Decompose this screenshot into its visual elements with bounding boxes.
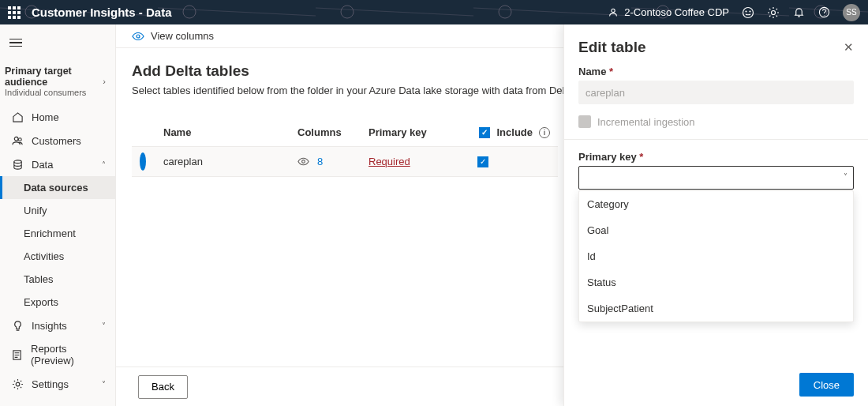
svg-point-3	[750, 11, 750, 12]
svg-point-7	[18, 137, 21, 141]
nav-label: Home	[32, 111, 59, 123]
data-icon	[11, 158, 24, 171]
nav-enrichment[interactable]: Enrichment	[0, 222, 115, 245]
insights-icon	[11, 319, 24, 332]
primary-key-label: Primary key *	[578, 151, 854, 163]
primary-key-dropdown: Category Goal Id Status SubjectPatient	[578, 190, 854, 322]
close-button[interactable]: Close	[799, 373, 854, 397]
col-header-name: Name	[163, 126, 297, 138]
eye-icon	[132, 30, 144, 43]
chevron-down-icon: ˅	[102, 321, 106, 330]
incremental-label: Incremental ingestion	[597, 116, 695, 128]
svg-point-0	[612, 9, 615, 12]
svg-point-2	[746, 11, 746, 12]
back-button[interactable]: Back	[138, 375, 188, 399]
nav-unify[interactable]: Unify	[0, 199, 115, 222]
dropdown-option[interactable]: SubjectPatient	[579, 295, 853, 321]
close-icon[interactable]: ✕	[844, 40, 854, 55]
app-title: Customer Insights - Data	[32, 6, 172, 19]
include-all-checkbox[interactable]: ✓	[479, 127, 490, 138]
gear-icon	[11, 378, 24, 390]
nav-label: Data	[32, 159, 53, 171]
nav-home[interactable]: Home	[0, 105, 115, 129]
chevron-down-icon: ˅	[102, 380, 106, 389]
nav-insights[interactable]: Insights ˅	[0, 314, 115, 337]
nav-data[interactable]: Data ˄	[0, 152, 115, 176]
nav-reports[interactable]: Reports (Preview)	[0, 337, 115, 372]
home-icon	[11, 111, 24, 123]
svg-point-1	[743, 7, 754, 17]
help-icon[interactable]	[817, 6, 830, 19]
info-icon[interactable]: i	[539, 127, 550, 138]
sidebar: Primary target audience Individual consu…	[0, 24, 116, 406]
col-header-primary-key: Primary key	[369, 126, 463, 138]
nav-settings[interactable]: Settings ˅	[0, 372, 115, 396]
nav-customers[interactable]: Customers	[0, 129, 115, 152]
edit-table-panel: Edit table ✕ Name * Incremental ingestio…	[563, 24, 868, 406]
nav-label: Reports (Preview)	[31, 343, 106, 367]
divider	[564, 139, 868, 140]
hamburger-icon[interactable]	[9, 39, 22, 47]
name-label: Name *	[578, 66, 854, 77]
nav-exports[interactable]: Exports	[0, 291, 115, 314]
environment-icon	[607, 6, 619, 19]
nav-label: Customers	[32, 135, 81, 147]
svg-point-10	[16, 382, 20, 386]
view-columns-button[interactable]: View columns	[151, 30, 214, 42]
audience-title: Primary target audience	[5, 66, 103, 88]
environment-picker[interactable]: 2-Contoso Coffee CDP	[607, 6, 729, 19]
svg-point-6	[14, 137, 18, 141]
dropdown-option[interactable]: Category	[579, 191, 853, 217]
app-launcher-icon[interactable]	[8, 6, 21, 19]
audience-selector[interactable]: Primary target audience Individual consu…	[0, 61, 115, 105]
dropdown-option[interactable]: Id	[579, 243, 853, 269]
audience-subtitle: Individual consumers	[5, 88, 103, 97]
incremental-checkbox	[578, 115, 591, 128]
smiley-icon[interactable]	[742, 6, 754, 19]
dropdown-option[interactable]: Goal	[579, 217, 853, 243]
svg-point-12	[302, 160, 305, 164]
environment-name: 2-Contoso Coffee CDP	[624, 6, 729, 18]
eye-icon[interactable]	[297, 156, 309, 167]
reports-icon	[11, 348, 23, 361]
row-columns-link[interactable]: 8	[317, 156, 323, 167]
customers-icon	[11, 134, 24, 147]
primary-key-combobox[interactable]: ˅ Category Goal Id Status SubjectPatient	[578, 166, 854, 190]
nav-label: Exports	[24, 296, 58, 308]
chevron-right-icon: ›	[103, 77, 106, 86]
incremental-checkbox-row: Incremental ingestion	[578, 115, 854, 128]
avatar[interactable]: SS	[843, 4, 860, 21]
bell-icon[interactable]	[792, 6, 805, 19]
tables-grid: Name Columns Primary key ✓ Include i car…	[132, 118, 558, 177]
table-header-row: Name Columns Primary key ✓ Include i	[132, 118, 558, 147]
nav-label: Unify	[24, 205, 47, 216]
primary-key-input[interactable]	[578, 166, 854, 190]
main-content: View columns Add Delta tables Select tab…	[116, 24, 868, 406]
name-input	[578, 81, 854, 104]
svg-point-11	[137, 35, 140, 38]
nav-data-sources[interactable]: Data sources	[0, 176, 115, 199]
nav-label: Enrichment	[24, 227, 76, 239]
dropdown-option[interactable]: Status	[579, 269, 853, 295]
col-header-columns: Columns	[297, 126, 369, 138]
gear-icon[interactable]	[767, 6, 780, 19]
table-row[interactable]: careplan 8 Required ✓	[132, 147, 558, 177]
nav-label: Activities	[24, 250, 64, 262]
svg-point-8	[13, 160, 21, 163]
top-bar: Customer Insights - Data 2-Contoso Coffe…	[0, 0, 868, 24]
nav-label: Settings	[32, 378, 69, 390]
row-primary-key-link[interactable]: Required	[369, 156, 410, 167]
col-header-include: Include	[496, 126, 533, 138]
nav-label: Insights	[32, 320, 67, 332]
row-include-checkbox[interactable]: ✓	[477, 156, 488, 167]
row-name: careplan	[163, 156, 297, 167]
chevron-up-icon: ˄	[102, 160, 106, 169]
nav-label: Tables	[24, 273, 54, 285]
panel-title: Edit table	[578, 39, 646, 56]
row-radio[interactable]	[140, 152, 146, 171]
nav-label: Data sources	[24, 182, 88, 194]
nav-tables[interactable]: Tables	[0, 268, 115, 291]
nav-activities[interactable]: Activities	[0, 245, 115, 268]
svg-point-4	[772, 10, 776, 14]
